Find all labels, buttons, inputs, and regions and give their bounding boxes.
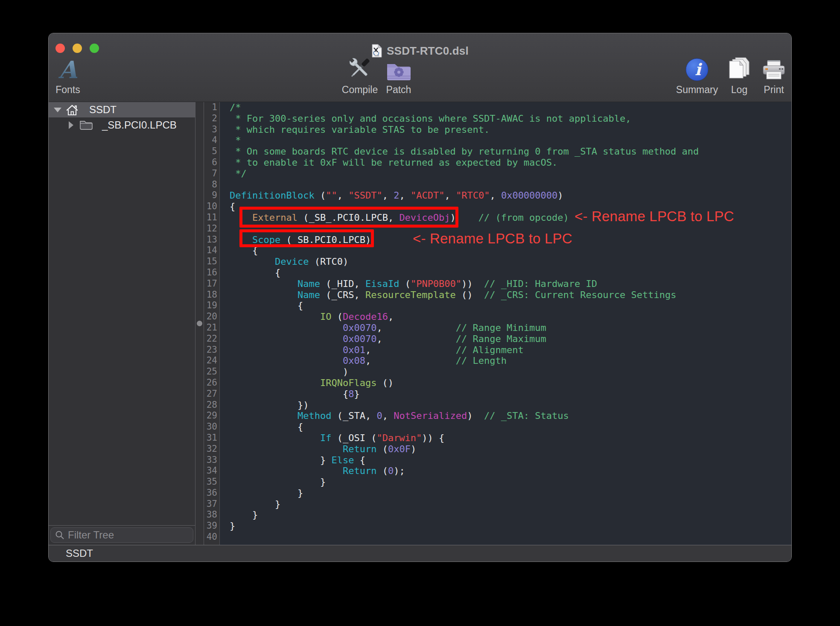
code-editor[interactable]: /* * For 300-series only and occasions w…	[220, 102, 791, 545]
toolbar-item-patch[interactable]: Patch	[371, 50, 426, 96]
fonts-icon: A	[58, 58, 77, 82]
toolbar-item-print[interactable]: Print	[746, 50, 792, 96]
tree-row-ssdt[interactable]: SSDT	[49, 102, 195, 117]
line-number-gutter: 1234567891011121314151617181920212223242…	[204, 102, 220, 545]
window-header: SSDT-RTC0.dsl A Fonts C	[49, 33, 791, 102]
disclosure-expanded-icon[interactable]	[54, 108, 61, 112]
filter-placeholder: Filter Tree	[68, 529, 114, 541]
patch-folder-icon	[385, 60, 412, 82]
summary-info-icon: i	[685, 58, 709, 82]
tree-label: _SB.PCI0.LPCB	[102, 119, 177, 131]
toolbar-item-fonts[interactable]: A Fonts	[48, 50, 96, 96]
tree-row-sb-pci0-lpcb[interactable]: _SB.PCI0.LPCB	[49, 117, 195, 133]
status-bar: SSDT	[49, 545, 791, 562]
print-icon	[762, 58, 786, 82]
status-breadcrumb: SSDT	[66, 547, 93, 559]
main-content: SSDT _SB.PCI0.LPCB Filt	[49, 102, 791, 545]
code-content: /* * For 300-series only and occasions w…	[220, 102, 791, 543]
pane-splitter[interactable]	[195, 102, 204, 545]
search-icon	[55, 530, 64, 540]
app-window: SSDT-RTC0.dsl A Fonts C	[48, 33, 792, 562]
filter-tree-input[interactable]: Filter Tree	[50, 527, 193, 543]
sidebar-tree-pane: SSDT _SB.PCI0.LPCB Filt	[49, 102, 195, 545]
toolbar-label: Patch	[386, 84, 411, 96]
compile-tools-icon	[347, 55, 373, 82]
splitter-handle-icon[interactable]	[197, 321, 202, 326]
home-icon	[66, 104, 79, 116]
toolbar-label: Print	[764, 84, 784, 96]
toolbar-label: Log	[731, 84, 747, 96]
disclosure-collapsed-icon[interactable]	[69, 121, 73, 129]
folder-icon	[79, 120, 93, 131]
toolbar-label: Fonts	[55, 84, 80, 96]
acpi-tree: SSDT _SB.PCI0.LPCB	[49, 102, 195, 525]
filter-area: Filter Tree	[49, 525, 195, 545]
tree-label: SSDT	[89, 104, 117, 116]
